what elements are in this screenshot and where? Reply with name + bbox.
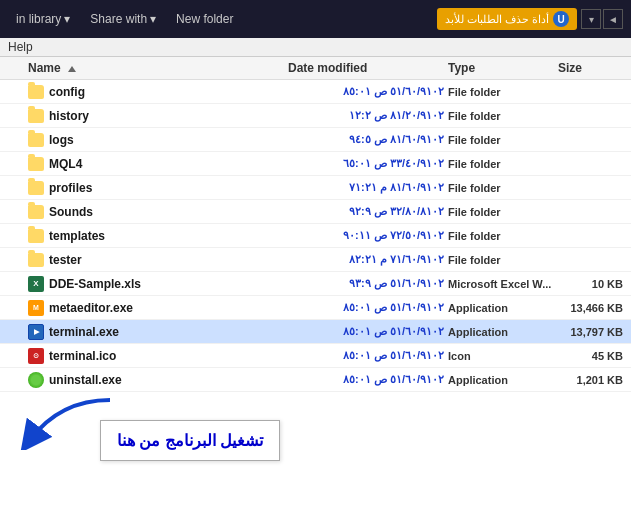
folder-icon xyxy=(28,85,44,99)
addon-icon: U xyxy=(553,11,569,27)
folder-icon xyxy=(28,253,44,267)
table-row[interactable]: XDDE-Sample.xls٢٠١٩/٠٦/١٥ ص ٩:٣٩Microsof… xyxy=(0,272,631,296)
annotation-box: تشغيل البرنامج من هنا xyxy=(100,420,280,461)
row-date: ٢٠١٩/٠٤/٣٣ ص ١٠:٥٦ xyxy=(284,157,444,170)
row-size: 13,797 KB xyxy=(554,326,631,338)
new-folder-button[interactable]: New folder xyxy=(168,8,241,30)
nav-dropdown-button[interactable]: ▾ xyxy=(581,9,601,29)
row-date: ٢٠١٩/٠٦/١٥ ص ٩:٣٩ xyxy=(284,277,444,290)
row-size: 10 KB xyxy=(554,278,631,290)
row-name-text: logs xyxy=(49,133,74,147)
table-row[interactable]: ⊙terminal.ico٢٠١٩/٠٦/١٥ ص ١٠:٥٨Icon45 KB xyxy=(0,344,631,368)
main-area: Help Name Date modified Type Size config… xyxy=(0,38,631,521)
row-name-text: metaeditor.exe xyxy=(49,301,133,315)
terminal-ico-icon: ⊙ xyxy=(28,348,44,364)
share-button[interactable]: Share with ▾ xyxy=(82,8,164,30)
row-type: File folder xyxy=(444,230,554,242)
table-row[interactable]: templates٢٠١٩/٠٥/٢٧ ص ١١:٠٩File folder xyxy=(0,224,631,248)
row-name-text: history xyxy=(49,109,89,123)
row-date: ٢٠١٩/٠٢/١٨ ص ٢:٢١ xyxy=(284,109,444,122)
row-name: profiles xyxy=(24,181,284,195)
annotation-container: تشغيل البرنامج من هنا xyxy=(100,420,280,461)
table-row[interactable]: MQL4٢٠١٩/٠٤/٣٣ ص ١٠:٥٦File folder xyxy=(0,152,631,176)
row-type: Application xyxy=(444,302,554,314)
row-date: ٢٠١٩/٠٦/١٥ ص ١٠:٥٨ xyxy=(284,349,444,362)
table-row[interactable]: profiles٢٠١٩/٠٦/١٨ م ١٢:١٧File folder xyxy=(0,176,631,200)
row-type: Application xyxy=(444,374,554,386)
folder-icon xyxy=(28,157,44,171)
row-type: File folder xyxy=(444,182,554,194)
row-type: Microsoft Excel W... xyxy=(444,278,554,290)
row-date: ٢٠١٩/٠٦/١٥ ص ١٠:٥٨ xyxy=(284,85,444,98)
row-name-text: config xyxy=(49,85,85,99)
row-name: tester xyxy=(24,253,284,267)
row-name-text: tester xyxy=(49,253,82,267)
sort-arrow-icon xyxy=(68,66,76,72)
table-row[interactable]: Mmetaeditor.exe٢٠١٩/٠٦/١٥ ص ١٠:٥٨Applica… xyxy=(0,296,631,320)
row-name: templates xyxy=(24,229,284,243)
row-size: 13,466 KB xyxy=(554,302,631,314)
row-name-text: uninstall.exe xyxy=(49,373,122,387)
date-col-header[interactable]: Date modified xyxy=(284,61,444,75)
nav-arrows: ◄ ▾ xyxy=(581,9,623,29)
row-name: config xyxy=(24,85,284,99)
row-date: ٢٠١٩/٠٦/١٨ ص ٥:٤٩ xyxy=(284,133,444,146)
file-list: config٢٠١٩/٠٦/١٥ ص ١٠:٥٨File folderhisto… xyxy=(0,80,631,392)
row-type: Application xyxy=(444,326,554,338)
row-type: File folder xyxy=(444,254,554,266)
folder-icon xyxy=(28,181,44,195)
annotation-arrow-icon xyxy=(20,390,120,450)
addon-label: أداة حذف الطلبات للأبد xyxy=(445,13,549,26)
row-name: history xyxy=(24,109,284,123)
row-date: ٢٠١٩/٠٥/٢٧ ص ١١:٠٩ xyxy=(284,229,444,242)
folder-icon xyxy=(28,229,44,243)
row-name: MQL4 xyxy=(24,157,284,171)
table-row[interactable]: tester٢٠١٩/٠٦/١٧ م ١٢:٢٨File folder xyxy=(0,248,631,272)
type-col-header[interactable]: Type xyxy=(444,61,554,75)
help-menu[interactable]: Help xyxy=(8,40,33,54)
table-row[interactable]: history٢٠١٩/٠٢/١٨ ص ٢:٢١File folder xyxy=(0,104,631,128)
row-type: File folder xyxy=(444,134,554,146)
library-chevron-icon: ▾ xyxy=(64,12,70,26)
uninstall-icon xyxy=(28,372,44,388)
row-size: 1,201 KB xyxy=(554,374,631,386)
row-type: File folder xyxy=(444,158,554,170)
annotation-text: تشغيل البرنامج من هنا xyxy=(117,432,263,449)
toolbar: in library ▾ Share with ▾ New folder ◄ ▾… xyxy=(0,0,631,38)
list-header: Name Date modified Type Size xyxy=(0,57,631,80)
share-label: Share with xyxy=(90,12,147,26)
row-date: ٢٠١٩/٠٦/١٥ ص ١٠:٥٨ xyxy=(284,373,444,386)
row-date: ٢٠١٨/٠٨/٢٣ ص ٩:٢٩ xyxy=(284,205,444,218)
table-row[interactable]: config٢٠١٩/٠٦/١٥ ص ١٠:٥٨File folder xyxy=(0,80,631,104)
size-col-header[interactable]: Size xyxy=(554,61,631,75)
table-row[interactable]: ▶terminal.exe٢٠١٩/٠٦/١٥ ص ١٠:٥٨Applicati… xyxy=(0,320,631,344)
table-row[interactable]: Sounds٢٠١٨/٠٨/٢٣ ص ٩:٢٩File folder xyxy=(0,200,631,224)
library-button[interactable]: in library ▾ xyxy=(8,8,78,30)
terminal-icon: ▶ xyxy=(28,324,44,340)
library-label: in library xyxy=(16,12,61,26)
row-date: ٢٠١٩/٠٦/١٥ ص ١٠:٥٨ xyxy=(284,301,444,314)
metaeditor-icon: M xyxy=(28,300,44,316)
table-row[interactable]: logs٢٠١٩/٠٦/١٨ ص ٥:٤٩File folder xyxy=(0,128,631,152)
row-type: File folder xyxy=(444,86,554,98)
addon-button[interactable]: U أداة حذف الطلبات للأبد xyxy=(437,8,577,30)
name-col-header[interactable]: Name xyxy=(24,61,284,75)
menubar: Help xyxy=(0,38,631,57)
row-name-text: terminal.ico xyxy=(49,349,116,363)
row-type: File folder xyxy=(444,110,554,122)
row-name-text: MQL4 xyxy=(49,157,82,171)
row-name: logs xyxy=(24,133,284,147)
row-name-text: DDE-Sample.xls xyxy=(49,277,141,291)
share-chevron-icon: ▾ xyxy=(150,12,156,26)
row-name-text: templates xyxy=(49,229,105,243)
table-row[interactable]: uninstall.exe٢٠١٩/٠٦/١٥ ص ١٠:٥٨Applicati… xyxy=(0,368,631,392)
row-name: Sounds xyxy=(24,205,284,219)
row-date: ٢٠١٩/٠٦/١٨ م ١٢:١٧ xyxy=(284,181,444,194)
row-name-text: profiles xyxy=(49,181,92,195)
folder-icon xyxy=(28,205,44,219)
row-name-text: Sounds xyxy=(49,205,93,219)
row-name: ⊙terminal.ico xyxy=(24,348,284,364)
nav-back-button[interactable]: ◄ xyxy=(603,9,623,29)
row-size: 45 KB xyxy=(554,350,631,362)
row-name: XDDE-Sample.xls xyxy=(24,276,284,292)
